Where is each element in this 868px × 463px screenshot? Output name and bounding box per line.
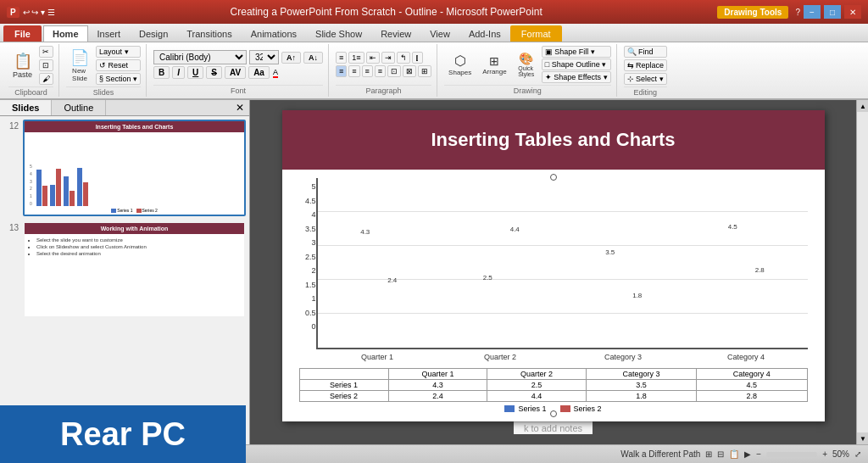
- bold-button[interactable]: B: [153, 66, 170, 79]
- text-direction-button[interactable]: ⊡: [387, 65, 401, 77]
- align-left-button[interactable]: ≡: [336, 65, 347, 77]
- slide-image-13[interactable]: Working with Animation Select the slide …: [23, 221, 246, 318]
- italic-button[interactable]: I: [172, 66, 185, 79]
- smartart-button[interactable]: ⊞: [418, 65, 431, 77]
- ribbon-group-editing: 🔍 Find ⇆ Replace ⊹ Select ▾ Editing: [619, 44, 673, 97]
- charspacing-button[interactable]: AV: [225, 66, 246, 79]
- maximize-button[interactable]: □: [824, 5, 841, 19]
- right-scrollbar[interactable]: ▲ ▼: [856, 100, 868, 444]
- select-button[interactable]: ⊹ Select ▾: [624, 73, 668, 85]
- underline-button[interactable]: U: [187, 66, 203, 79]
- scroll-down-button[interactable]: ▼: [857, 432, 868, 444]
- data-table: Quarter 1 Quarter 2 Category 3 Category …: [299, 368, 808, 402]
- title-bar-right: Drawing Tools ? − □ ✕: [717, 5, 861, 19]
- legend-s2: Series 2: [560, 404, 602, 413]
- help-btn[interactable]: ?: [795, 8, 800, 17]
- tab-slideshow[interactable]: Slide Show: [306, 25, 371, 42]
- numbering-button[interactable]: 1≡: [348, 52, 364, 64]
- legend-s1: Series 1: [504, 404, 546, 413]
- columns-button[interactable]: ⫿: [412, 52, 423, 64]
- ribbon-group-slides: 📄 NewSlide Layout ▾ ↺ Reset § Section ▾ …: [61, 44, 147, 97]
- strikethrough-button[interactable]: S: [206, 66, 222, 79]
- tab-animations[interactable]: Animations: [242, 25, 306, 42]
- rtl-button[interactable]: ↰: [397, 52, 410, 64]
- arrange-button[interactable]: ⊞ Arrange: [478, 52, 510, 78]
- thumb-legend-s1: Series 1: [111, 208, 132, 213]
- align-right-button[interactable]: ≡: [362, 65, 373, 77]
- paste-icon: 📋: [14, 52, 32, 70]
- cut-button[interactable]: ✂: [39, 46, 53, 58]
- find-button[interactable]: 🔍 Find: [624, 46, 668, 58]
- title-bar: P ↩ ↪ ▾ ☰ Creating a PowerPoint From Scr…: [0, 0, 868, 24]
- para-row-2: ≡ ≡ ≡ ≡ ⊡ ⊠ ⊞: [336, 65, 431, 77]
- shape-outline-button[interactable]: □ Shape Outline ▾: [542, 59, 611, 70]
- outline-tab[interactable]: Outline: [52, 100, 106, 115]
- scroll-track-right[interactable]: [857, 112, 868, 432]
- section-button[interactable]: § Section ▾: [96, 73, 141, 85]
- tab-addins[interactable]: Add-Ins: [459, 25, 510, 42]
- tab-review[interactable]: Review: [371, 25, 420, 42]
- slide-canvas[interactable]: Inserting Tables and Charts 5 4.5 4 3.5 …: [282, 110, 825, 421]
- font-name-select[interactable]: Calibri (Body): [153, 50, 247, 64]
- zoom-in-icon[interactable]: +: [822, 449, 827, 459]
- close-button[interactable]: ✕: [844, 5, 861, 19]
- new-slide-button[interactable]: 📄 NewSlide: [66, 46, 93, 85]
- tab-home[interactable]: Home: [43, 25, 88, 42]
- main-area: Inserting Tables and Charts 5 4.5 4 3.5 …: [250, 100, 856, 444]
- paste-button[interactable]: 📋 Paste: [8, 49, 36, 81]
- paragraph-label: Paragraph: [336, 85, 431, 95]
- tab-transitions[interactable]: Transitions: [177, 25, 241, 42]
- bullets-button[interactable]: ≡: [336, 52, 347, 64]
- quick-styles-button[interactable]: 🎨 QuickStyles: [514, 49, 539, 80]
- copy-button[interactable]: ⊡: [39, 59, 53, 71]
- decrease-font-btn[interactable]: A↓: [303, 52, 323, 64]
- view-slideshow-icon[interactable]: ▶: [744, 449, 751, 459]
- slide-thumb-12[interactable]: 12 Inserting Tables and Charts 543210: [3, 120, 246, 216]
- align-center-button[interactable]: ≡: [348, 65, 359, 77]
- reset-button[interactable]: ↺ Reset: [96, 59, 141, 71]
- scroll-up-button[interactable]: ▲: [857, 100, 868, 112]
- powerpoint-icon: P: [7, 7, 19, 18]
- handle-bottom[interactable]: [550, 410, 557, 417]
- tab-design[interactable]: Design: [130, 25, 177, 42]
- view-reading-icon[interactable]: 📋: [729, 449, 739, 459]
- justify-button[interactable]: ≡: [375, 65, 386, 77]
- slide-thumb-13[interactable]: 13 Working with Animation Select the sli…: [3, 221, 246, 318]
- zoom-slider[interactable]: [766, 452, 817, 457]
- layout-button[interactable]: Layout ▾: [96, 46, 141, 58]
- shape-effects-button[interactable]: ✦ Shape Effects ▾: [542, 71, 611, 83]
- quick-access-icons: ↩ ↪ ▾ ☰: [23, 8, 55, 17]
- panel-close-button[interactable]: ✕: [231, 100, 249, 115]
- thumb-13-bullets: Select the slide you want to customize C…: [30, 237, 239, 256]
- view-normal-icon[interactable]: ⊞: [705, 449, 712, 459]
- font-size-select[interactable]: 32: [249, 50, 279, 64]
- shape-fill-button[interactable]: ▣ Shape Fill ▾: [542, 46, 611, 58]
- text-align-button[interactable]: ⊠: [403, 65, 416, 77]
- font-color-btn[interactable]: A: [272, 67, 279, 79]
- slide-panel-tabs: Slides Outline ✕: [0, 100, 249, 116]
- notes-area[interactable]: k to add notes: [514, 421, 593, 434]
- textcase-button[interactable]: Aa: [248, 66, 270, 79]
- thumb-bar-s2-q1: [42, 186, 47, 206]
- window-title: Creating a PowerPoint From Scratch - Out…: [55, 6, 717, 18]
- view-slide-icon[interactable]: ⊟: [717, 449, 724, 459]
- indent-less-button[interactable]: ⇤: [366, 52, 380, 64]
- thumb-13-body: Select the slide you want to customize C…: [25, 234, 244, 316]
- tab-format[interactable]: Format: [510, 25, 562, 42]
- minimize-button[interactable]: −: [804, 5, 821, 19]
- fit-window-icon[interactable]: ⤢: [854, 449, 861, 459]
- tab-insert[interactable]: Insert: [88, 25, 131, 42]
- zoom-out-icon[interactable]: −: [756, 449, 761, 459]
- tab-file[interactable]: File: [3, 25, 42, 42]
- replace-button[interactable]: ⇆ Replace: [624, 59, 668, 71]
- indent-more-button[interactable]: ⇥: [381, 52, 395, 64]
- legend-label-s1: Series 1: [518, 404, 546, 413]
- slides-tab[interactable]: Slides: [0, 100, 52, 115]
- tab-view[interactable]: View: [420, 25, 459, 42]
- slide-image-12[interactable]: Inserting Tables and Charts 543210: [23, 120, 246, 216]
- shapes-button[interactable]: ⬡ Shapes: [444, 50, 476, 79]
- ribbon-group-font: Calibri (Body) 32 A↑ A↓ B I U S AV Aa A: [148, 44, 329, 97]
- drawing-controls: ⬡ Shapes ⊞ Arrange 🎨 QuickStyles ▣ Shape…: [444, 46, 610, 83]
- format-painter-button[interactable]: 🖌: [39, 73, 53, 85]
- increase-font-btn[interactable]: A↑: [281, 52, 301, 64]
